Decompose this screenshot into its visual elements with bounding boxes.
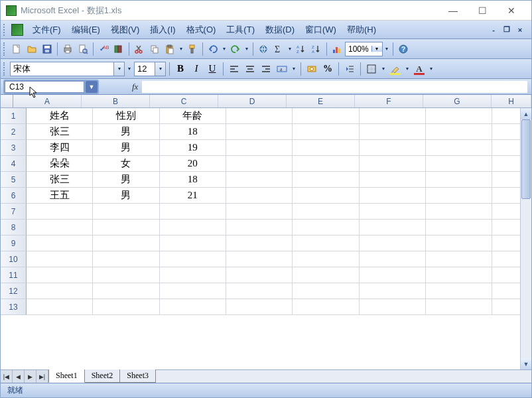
print-preview-button[interactable] — [76, 42, 90, 56]
menu-edit[interactable]: 编辑(E) — [66, 22, 105, 38]
font-dropdown-arrow[interactable]: ▾ — [113, 62, 124, 76]
cell-E5[interactable] — [293, 172, 359, 188]
cell-A7[interactable] — [27, 204, 93, 220]
merge-dropdown[interactable] — [291, 66, 297, 72]
cell-E9[interactable] — [293, 235, 359, 251]
cell-F13[interactable] — [360, 299, 426, 315]
format-painter-button[interactable] — [185, 42, 200, 56]
cell-E11[interactable] — [293, 267, 359, 283]
cell-F1[interactable] — [360, 108, 426, 124]
scroll-up-button[interactable]: ▲ — [521, 108, 531, 119]
cell-D7[interactable] — [226, 204, 293, 220]
sheet-tab-sheet2[interactable]: Sheet2 — [84, 369, 121, 383]
print-button[interactable] — [60, 42, 75, 56]
new-button[interactable] — [9, 42, 24, 56]
cell-A5[interactable]: 张三 — [27, 172, 93, 188]
vertical-scrollbar[interactable]: ▲ ▼ — [520, 108, 531, 369]
cell-D11[interactable] — [226, 267, 293, 283]
close-button[interactable]: ✕ — [497, 1, 526, 20]
cell-G2[interactable] — [426, 124, 492, 140]
cell-B10[interactable] — [93, 251, 159, 267]
app-menu-icon[interactable] — [11, 24, 23, 36]
row-header-3[interactable]: 3 — [1, 140, 27, 156]
cell-C3[interactable]: 19 — [160, 140, 226, 156]
cell-D12[interactable] — [226, 283, 293, 299]
tab-first-button[interactable]: |◀ — [1, 370, 13, 383]
cell-B12[interactable] — [93, 283, 159, 299]
cell-G1[interactable] — [426, 108, 492, 124]
cell-E12[interactable] — [293, 283, 359, 299]
borders-button[interactable] — [364, 62, 379, 76]
mdi-close-button[interactable]: × — [514, 25, 526, 35]
font-size-input[interactable] — [135, 62, 155, 76]
mdi-restore-button[interactable]: ❐ — [501, 25, 513, 35]
cell-E13[interactable] — [293, 299, 359, 315]
cell-D5[interactable] — [226, 172, 293, 188]
save-button[interactable] — [40, 42, 54, 56]
cell-C12[interactable] — [160, 283, 226, 299]
font-color-dropdown[interactable] — [428, 66, 434, 72]
row-header-2[interactable]: 2 — [1, 124, 27, 140]
hyperlink-button[interactable] — [256, 42, 271, 56]
menu-format[interactable]: 格式(O) — [181, 22, 222, 38]
column-header-B[interactable]: B — [82, 95, 150, 107]
row-header-6[interactable]: 6 — [1, 188, 27, 204]
cell-C11[interactable] — [160, 267, 226, 283]
autosum-dropdown[interactable] — [287, 46, 293, 52]
paste-button[interactable] — [163, 42, 177, 56]
redo-dropdown[interactable] — [243, 46, 250, 52]
align-center-button[interactable] — [243, 62, 257, 76]
column-header-G[interactable]: G — [423, 95, 492, 107]
cell-B1[interactable]: 性别 — [93, 108, 159, 124]
cell-G13[interactable] — [426, 299, 492, 315]
cell-G10[interactable] — [426, 251, 492, 267]
cell-B13[interactable] — [93, 299, 159, 315]
cell-C8[interactable] — [160, 220, 226, 235]
font-color-button[interactable]: A — [412, 62, 427, 76]
cell-G4[interactable] — [426, 156, 492, 172]
scroll-down-button[interactable]: ▼ — [521, 358, 531, 369]
cell-G9[interactable] — [426, 235, 492, 251]
bold-button[interactable]: B — [173, 62, 188, 76]
undo-button[interactable] — [206, 42, 220, 56]
cell-A1[interactable]: 姓名 — [27, 108, 93, 124]
column-header-E[interactable]: E — [287, 95, 355, 107]
cell-D3[interactable] — [226, 140, 293, 156]
cell-C13[interactable] — [160, 299, 226, 315]
align-right-button[interactable] — [259, 62, 273, 76]
name-box[interactable]: C13 — [5, 81, 84, 93]
currency-button[interactable] — [304, 62, 319, 76]
horizontal-scrollbar[interactable] — [158, 370, 531, 383]
fx-icon[interactable]: fx — [132, 82, 138, 92]
cell-A12[interactable] — [27, 283, 93, 299]
borders-dropdown[interactable] — [380, 66, 387, 72]
column-header-A[interactable]: A — [13, 95, 82, 107]
fill-color-dropdown[interactable] — [404, 66, 411, 72]
cell-B8[interactable] — [93, 220, 159, 235]
row-header-5[interactable]: 5 — [1, 172, 27, 188]
fill-color-button[interactable] — [388, 62, 403, 76]
toolbar-grip[interactable] — [3, 42, 7, 56]
cell-G12[interactable] — [426, 283, 492, 299]
cell-A13[interactable] — [27, 299, 93, 315]
menu-file[interactable]: 文件(F) — [27, 22, 66, 38]
cell-F2[interactable] — [360, 124, 426, 140]
menubar-grip[interactable] — [3, 24, 7, 36]
cell-F6[interactable] — [360, 188, 426, 204]
mdi-minimize-button[interactable]: - — [488, 25, 499, 35]
font-combo[interactable]: ▾ — [10, 62, 125, 76]
cell-A9[interactable] — [27, 235, 93, 251]
cell-C6[interactable]: 21 — [160, 188, 226, 204]
cell-D13[interactable] — [226, 299, 293, 315]
fmtbar-grip[interactable] — [3, 62, 7, 76]
cell-A2[interactable]: 张三 — [27, 124, 93, 140]
menu-insert[interactable]: 插入(I) — [145, 22, 180, 38]
column-header-C[interactable]: C — [150, 95, 218, 107]
sort-desc-button[interactable]: ZA — [309, 42, 324, 56]
cell-A4[interactable]: 朵朵 — [27, 156, 93, 172]
cell-A11[interactable] — [27, 267, 93, 283]
zoom-combo[interactable]: 100%▾ — [345, 42, 383, 56]
cell-D2[interactable] — [226, 124, 293, 140]
menu-help[interactable]: 帮助(H) — [342, 22, 381, 38]
italic-button[interactable]: I — [189, 62, 204, 76]
